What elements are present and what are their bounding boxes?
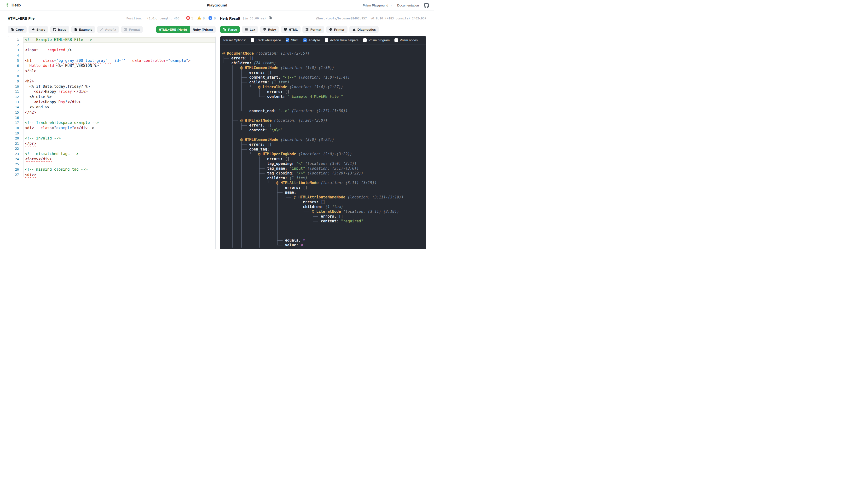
issue-button[interactable]: Issue — [50, 26, 69, 33]
autofix-button[interactable]: Autofix — [97, 26, 119, 33]
indent-guide — [25, 94, 25, 100]
checkbox[interactable] — [363, 38, 367, 42]
editor-line[interactable]: 27<div> — [8, 172, 215, 178]
tree-guide — [258, 190, 267, 195]
ruby-button[interactable]: Ruby — [260, 26, 279, 33]
editor-line[interactable]: 26<!-- missing closing tag --> — [8, 167, 215, 172]
tree-guide — [267, 181, 276, 185]
editor-line[interactable]: 5<h1 class='bg-gray-300 text-gray" id=''… — [8, 58, 215, 64]
checkbox[interactable] — [325, 38, 328, 42]
editor-line[interactable]: 2 — [8, 43, 215, 48]
editor-line[interactable]: 11 <div>Happy Friday!</div> — [8, 89, 215, 94]
editor-line[interactable]: 8 — [8, 74, 215, 79]
copy-button[interactable]: Copy — [8, 26, 27, 33]
code-token: > — [88, 126, 94, 130]
printer-button[interactable]: Printer — [326, 26, 347, 33]
option-prism-program[interactable]: Prism program — [363, 38, 390, 42]
line-number: 1 — [8, 37, 23, 43]
tree-token: @ — [222, 51, 227, 56]
tree-indent — [267, 185, 276, 190]
tree-guide — [276, 233, 285, 238]
editor-line[interactable]: 19 — [8, 131, 215, 136]
copy-result-button[interactable] — [268, 16, 272, 21]
option-analyze[interactable]: Analyze — [303, 38, 320, 42]
mode-html-erb-herb[interactable]: HTML+ERB (Herb) — [156, 26, 190, 33]
tree-indent — [249, 205, 258, 209]
documentation-link[interactable]: Documentation — [397, 4, 419, 7]
editor-line[interactable]: 18<div class="example"></div > — [8, 126, 215, 131]
tree-guide — [240, 84, 249, 89]
tree-token: (location: (3:11)-(3:19)) — [345, 195, 404, 199]
tree-guide — [258, 228, 267, 233]
editor-line[interactable]: 24<form></div> — [8, 157, 215, 162]
example-button[interactable]: Example — [71, 26, 95, 33]
line-number: 4 — [8, 53, 23, 58]
tree-guide — [231, 104, 240, 108]
diagnostics-icon — [352, 28, 356, 31]
mode-ruby-prism[interactable]: Ruby (Prism) — [190, 26, 216, 33]
option-strict[interactable]: Strict — [286, 38, 298, 42]
share-button[interactable]: Share — [28, 26, 49, 33]
github-link[interactable] — [424, 3, 429, 8]
code-token: "example" — [168, 58, 188, 63]
editor-line[interactable]: 3<input required /> — [8, 48, 215, 53]
tree-indent — [249, 238, 258, 243]
tree-token: errors: — [231, 56, 247, 61]
editor-line[interactable]: 25 — [8, 162, 215, 167]
ast-tree-output[interactable]: @ DocumentNode (location: (1:0)-(27:5))e… — [220, 45, 426, 249]
html-button[interactable]: HTML — [281, 26, 301, 33]
editor-line[interactable]: 21</br> — [8, 141, 215, 146]
tree-guide — [231, 176, 240, 181]
editor-line[interactable]: 1<!-- Example HTML+ERB File --> — [8, 37, 215, 43]
editor-line[interactable]: 22 — [8, 146, 215, 152]
editor-line[interactable]: 7</h1> — [8, 68, 215, 74]
prism-playground-link[interactable]: Prism Playground → — [363, 4, 392, 7]
checkbox[interactable] — [303, 38, 307, 42]
format-button[interactable]: Format — [302, 26, 324, 33]
line-content: <h1 class='bg-gray-300 text-gray" id='' … — [23, 58, 215, 64]
option-prism-nodes[interactable]: Prism nodes — [394, 38, 418, 42]
option-action-view-helpers[interactable]: Action View helpers — [325, 38, 358, 42]
package-version: @herb-tools/browser@2402c957 v0.8.10 (+1… — [316, 16, 426, 20]
code-token: data-controller — [132, 58, 166, 63]
code-token: class — [43, 58, 54, 63]
editor-line[interactable]: 17<!-- Track whitespace example --> — [8, 120, 215, 126]
tree-indent — [222, 171, 231, 176]
line-number: 15 — [8, 110, 23, 115]
format-button[interactable]: Format — [121, 26, 143, 33]
version-link[interactable]: v0.8.10 (+183 commits) 2402c957 — [370, 16, 426, 20]
editor-line[interactable]: 12 <% else %> — [8, 94, 215, 100]
editor-line[interactable]: 20<!-- invalid --> — [8, 136, 215, 141]
tree-indent — [249, 228, 258, 233]
editor-line[interactable]: 14 <% end %> — [8, 105, 215, 110]
tree-guide — [231, 190, 240, 195]
line-content: <!-- Track whitespace example --> — [23, 120, 215, 126]
editor-line[interactable]: 4 — [8, 53, 215, 58]
code-token: class — [40, 126, 52, 130]
herb-logo[interactable]: Herb — [5, 2, 21, 9]
code-editor[interactable]: 1<!-- Example HTML+ERB File -->23<input … — [8, 36, 216, 249]
diagnostics-button[interactable]: Diagnostics — [350, 26, 379, 33]
checkbox[interactable] — [286, 38, 289, 42]
option-track-whitespace[interactable]: Track whitespace — [251, 38, 281, 42]
tree-indent — [222, 176, 231, 181]
line-content: <!-- mismatched tags --> — [23, 152, 215, 157]
tree-token: (location: (1:0)-(1:4)) — [296, 75, 350, 80]
tree-guide — [240, 157, 249, 161]
editor-line[interactable]: 15</h2> — [8, 110, 215, 115]
editor-line[interactable]: 9<h2> — [8, 79, 215, 84]
code-token: </br> — [25, 141, 36, 146]
editor-line[interactable]: 10 <% if Date.today.friday? %> — [8, 84, 215, 89]
parse-button[interactable]: Parse — [220, 26, 240, 33]
editor-line[interactable]: 16 — [8, 115, 215, 120]
herb-logo-icon — [5, 2, 10, 9]
editor-line[interactable]: 23<!-- mismatched tags --> — [8, 152, 215, 157]
tree-guide — [231, 161, 240, 166]
editor-line[interactable]: 6 Hello World <%= RUBY_VERSION %> — [8, 63, 215, 68]
lex-button[interactable]: Lex — [242, 26, 258, 33]
code-token: <!-- invalid --> — [25, 136, 61, 141]
editor-line[interactable]: 13 <div>Happy Day!</div> — [8, 100, 215, 105]
line-number: 25 — [8, 162, 23, 167]
checkbox[interactable] — [394, 38, 398, 42]
checkbox[interactable] — [251, 38, 254, 42]
